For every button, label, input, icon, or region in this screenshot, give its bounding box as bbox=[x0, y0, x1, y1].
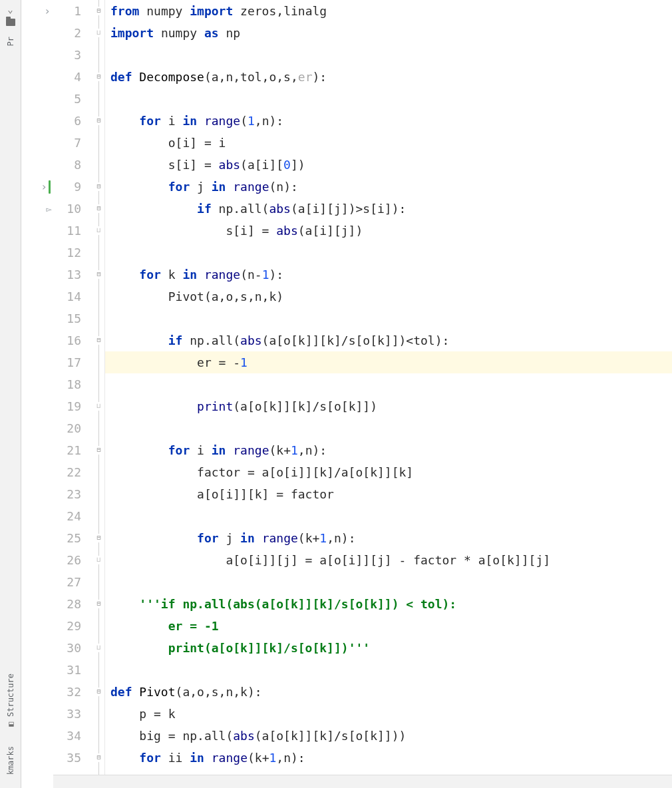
code-line[interactable]: for k in range(n-1): bbox=[110, 264, 672, 286]
code-line[interactable]: for j in range(k+1,n): bbox=[110, 527, 672, 549]
code-line[interactable]: factor = a[o[i]][k]/a[o[k]][k] bbox=[110, 461, 672, 483]
fold-collapse-icon[interactable] bbox=[94, 204, 103, 213]
chevron-down-icon[interactable]: ⌄ bbox=[7, 4, 13, 15]
line-number[interactable]: 34 bbox=[53, 725, 81, 747]
fold-end-icon[interactable] bbox=[94, 29, 103, 37]
fold-end-icon[interactable] bbox=[94, 402, 103, 411]
line-number[interactable]: 1 bbox=[53, 0, 81, 22]
run-marker-icon[interactable] bbox=[49, 180, 51, 194]
code-line[interactable]: print(a[o[k]][k]/s[o[k]])''' bbox=[110, 637, 672, 659]
line-number[interactable]: 21 bbox=[53, 439, 81, 461]
line-number[interactable]: 25 bbox=[53, 527, 81, 549]
line-number[interactable]: 29 bbox=[53, 615, 81, 637]
line-number[interactable]: 30 bbox=[53, 637, 81, 659]
line-number[interactable]: 35 bbox=[53, 747, 81, 769]
line-number[interactable]: 33 bbox=[53, 703, 81, 725]
code-line[interactable] bbox=[110, 659, 672, 681]
fold-collapse-icon[interactable] bbox=[94, 688, 103, 696]
code-line[interactable]: a[o[i]][k] = factor bbox=[110, 483, 672, 505]
line-number[interactable]: 31 bbox=[53, 659, 81, 681]
folder-icon[interactable] bbox=[6, 19, 15, 26]
fold-collapse-icon[interactable] bbox=[94, 600, 103, 608]
line-number[interactable]: 22 bbox=[53, 461, 81, 483]
code-line[interactable]: for j in range(n): bbox=[110, 176, 672, 198]
marker-gutter[interactable]: › › ▻ bbox=[21, 0, 53, 788]
code-line[interactable]: Pivot(a,o,s,n,k) bbox=[110, 286, 672, 307]
fold-collapse-icon[interactable] bbox=[94, 534, 103, 542]
code-line[interactable]: er = -1 bbox=[110, 615, 672, 637]
code-line[interactable] bbox=[110, 505, 672, 527]
code-editor[interactable]: 1 2 3 4 5 6 7 8 9 10 11 12 13 14 15 16 1… bbox=[53, 0, 672, 788]
code-line[interactable]: if np.all(abs(a[o[k]][k]/s[o[k]])<tol): bbox=[110, 329, 672, 351]
code-line[interactable] bbox=[110, 242, 672, 264]
line-number[interactable]: 24 bbox=[53, 505, 81, 527]
line-number[interactable]: 20 bbox=[53, 417, 81, 439]
code-line[interactable]: s[i] = abs(a[i][j]) bbox=[110, 220, 672, 242]
code-line[interactable]: import numpy as np bbox=[110, 22, 672, 44]
line-number[interactable]: 5 bbox=[53, 88, 81, 110]
fold-collapse-icon[interactable] bbox=[94, 336, 103, 345]
code-line[interactable]: print(a[o[k]][k]/s[o[k]]) bbox=[110, 395, 672, 417]
fold-collapse-icon[interactable] bbox=[94, 182, 103, 191]
code-line[interactable]: for i in range(k+1,n): bbox=[110, 439, 672, 461]
structure-tool-button[interactable]: Structure bbox=[6, 667, 15, 735]
code-line[interactable] bbox=[110, 373, 672, 395]
fold-end-icon[interactable] bbox=[94, 556, 103, 564]
fold-collapse-icon[interactable] bbox=[94, 446, 103, 455]
code-line[interactable] bbox=[110, 307, 672, 329]
code-line[interactable]: '''if np.all(abs(a[o[k]][k]/s[o[k]]) < t… bbox=[110, 593, 672, 615]
code-line[interactable]: s[i] = abs(a[i][0]) bbox=[110, 154, 672, 176]
line-number[interactable]: 27 bbox=[53, 571, 81, 593]
fold-collapse-icon[interactable] bbox=[94, 753, 103, 762]
fold-end-icon[interactable] bbox=[94, 644, 103, 652]
line-number[interactable]: 10 bbox=[53, 198, 81, 220]
fold-end-icon[interactable] bbox=[94, 226, 103, 235]
code-line[interactable]: for ii in range(k+1,n): bbox=[110, 747, 672, 769]
bookmarks-tool-button[interactable]: kmarks bbox=[6, 739, 15, 781]
code-line[interactable] bbox=[110, 88, 672, 110]
line-number[interactable]: 18 bbox=[53, 373, 81, 395]
fold-collapse-icon[interactable] bbox=[94, 270, 103, 279]
code-area[interactable]: from numpy import zeros,linalg import nu… bbox=[105, 0, 672, 788]
project-tool-button[interactable]: Pr bbox=[6, 30, 15, 53]
code-line[interactable]: if np.all(abs(a[i][j])>s[i]): bbox=[110, 198, 672, 220]
bookmark-icon[interactable]: ▻ bbox=[47, 204, 52, 214]
code-line[interactable] bbox=[110, 44, 672, 66]
line-number[interactable]: 14 bbox=[53, 286, 81, 307]
line-number-gutter[interactable]: 1 2 3 4 5 6 7 8 9 10 11 12 13 14 15 16 1… bbox=[53, 0, 93, 788]
code-line[interactable]: def Pivot(a,o,s,n,k): bbox=[110, 681, 672, 703]
line-number[interactable]: 28 bbox=[53, 593, 81, 615]
line-number[interactable]: 19 bbox=[53, 395, 81, 417]
line-number[interactable]: 6 bbox=[53, 110, 81, 132]
line-number[interactable]: 13 bbox=[53, 264, 81, 286]
line-number[interactable]: 12 bbox=[53, 242, 81, 264]
fold-collapse-icon[interactable] bbox=[94, 7, 103, 15]
line-number[interactable]: 23 bbox=[53, 483, 81, 505]
line-number[interactable]: 2 bbox=[53, 22, 81, 44]
line-number[interactable]: 11 bbox=[53, 220, 81, 242]
code-line[interactable]: p = k bbox=[110, 703, 672, 725]
line-number[interactable]: 9 bbox=[53, 176, 81, 198]
code-line[interactable] bbox=[110, 571, 672, 593]
fold-collapse-icon[interactable] bbox=[94, 73, 103, 81]
chevron-right-icon[interactable]: › bbox=[44, 5, 51, 17]
line-number[interactable]: 16 bbox=[53, 329, 81, 351]
code-line[interactable]: big = np.all(abs(a[o[k]][k]/s[o[k]])) bbox=[110, 725, 672, 747]
line-number[interactable]: 32 bbox=[53, 681, 81, 703]
line-number[interactable]: 26 bbox=[53, 549, 81, 571]
code-line[interactable]: o[i] = i bbox=[110, 132, 672, 154]
code-line[interactable]: for i in range(1,n): bbox=[110, 110, 672, 132]
line-number[interactable]: 17 bbox=[53, 351, 81, 373]
line-number[interactable]: 8 bbox=[53, 154, 81, 176]
code-line[interactable]: from numpy import zeros,linalg bbox=[110, 0, 672, 22]
line-number[interactable]: 7 bbox=[53, 132, 81, 154]
code-line[interactable] bbox=[110, 417, 672, 439]
code-line[interactable]: def Decompose(a,n,tol,o,s,er): bbox=[110, 66, 672, 88]
line-number[interactable]: 3 bbox=[53, 44, 81, 66]
fold-gutter[interactable] bbox=[93, 0, 105, 788]
fold-collapse-icon[interactable] bbox=[94, 116, 103, 125]
line-number[interactable]: 4 bbox=[53, 66, 81, 88]
code-line[interactable]: a[o[i]][j] = a[o[i]][j] - factor * a[o[k… bbox=[110, 549, 672, 571]
line-number[interactable]: 15 bbox=[53, 307, 81, 329]
chevron-right-icon[interactable]: › bbox=[41, 180, 47, 193]
